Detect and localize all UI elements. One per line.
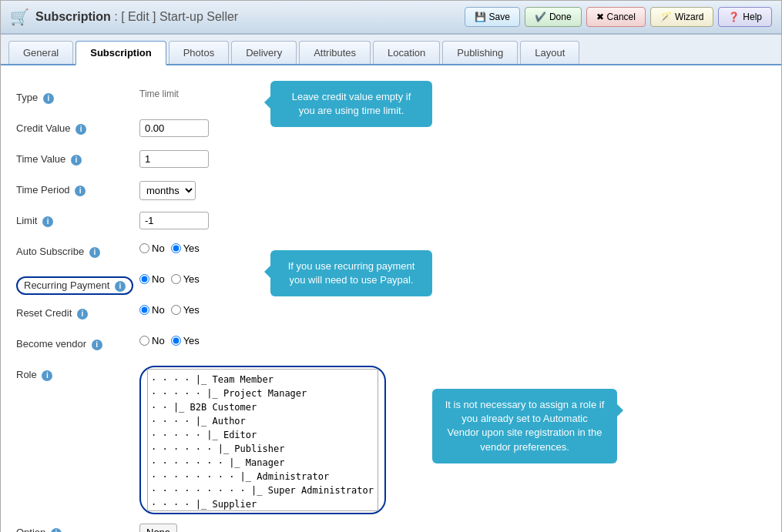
recurring-payment-label: Recurring Payment i — [16, 273, 139, 295]
auto-subscribe-info-icon[interactable]: i — [89, 247, 100, 258]
main-content: Leave credit value empty if you are usin… — [1, 65, 781, 532]
auto-subscribe-yes-radio[interactable] — [171, 243, 181, 253]
tab-subscription[interactable]: Subscription — [76, 41, 166, 65]
list-item[interactable]: · · · · |_ Team Member — [151, 373, 374, 386]
list-item[interactable]: · · · · · · · |_ Manager — [151, 456, 374, 470]
tooltip-recurring: If you use recurring payment you will ne… — [270, 250, 432, 296]
time-period-row: Time Period i months days years — [16, 181, 766, 202]
option-label: Option i — [16, 524, 139, 532]
time-period-select[interactable]: months days years — [139, 181, 196, 200]
done-button[interactable]: ✔️ Done — [525, 7, 582, 27]
role-tree[interactable]: · · · · |_ Team Member · · · · · |_ Proj… — [147, 369, 378, 511]
time-value-info-icon[interactable]: i — [71, 155, 82, 166]
list-item[interactable]: · · · · · |_ Editor — [151, 428, 374, 442]
reset-credit-info-icon[interactable]: i — [77, 309, 88, 320]
vendor-highlight: · · · · |_ Team Member · · · · · |_ Proj… — [139, 366, 386, 514]
auto-subscribe-yes-label[interactable]: Yes — [171, 243, 200, 254]
tab-layout[interactable]: Layout — [520, 41, 579, 64]
recurring-no-label[interactable]: No — [139, 273, 165, 285]
app-icon: 🛒 — [10, 8, 29, 26]
tab-delivery[interactable]: Delivery — [231, 41, 297, 64]
title-buttons: 💾 Save ✔️ Done ✖ Cancel 🪄 Wizard ❓ Help — [465, 7, 772, 27]
limit-row: Limit i — [16, 212, 766, 233]
become-vendor-yes-radio[interactable] — [171, 336, 181, 346]
tab-general[interactable]: General — [8, 41, 73, 64]
list-item[interactable]: · · · · · |_ Project Manager — [151, 386, 374, 400]
help-icon: ❓ — [728, 12, 740, 22]
type-info-icon[interactable]: i — [43, 93, 54, 104]
option-value: None — [139, 524, 177, 532]
become-vendor-no-radio[interactable] — [139, 336, 149, 346]
reset-credit-no-radio[interactable] — [139, 305, 149, 315]
become-vendor-no-label[interactable]: No — [139, 335, 165, 346]
credit-info-icon[interactable]: i — [76, 124, 86, 135]
auto-subscribe-no-radio[interactable] — [139, 243, 149, 253]
time-value-row: Time Value i — [16, 150, 766, 172]
save-button[interactable]: 💾 Save — [465, 7, 520, 27]
done-icon: ✔️ — [535, 12, 546, 22]
time-limit-label: Time limit — [139, 89, 179, 99]
list-item[interactable]: · · · · · · · · |_ Administrator — [151, 470, 374, 483]
become-vendor-label: Become vendor i — [16, 335, 139, 350]
credit-controls — [139, 119, 209, 137]
title-bar: 🛒 Subscription : [ Edit ] Start-up Selle… — [1, 1, 781, 35]
reset-credit-controls: No Yes — [139, 304, 200, 316]
wizard-button[interactable]: 🪄 Wizard — [650, 7, 713, 27]
form-section: Type i Time limit Credit Value i — [16, 81, 766, 532]
role-info-icon[interactable]: i — [42, 370, 52, 381]
tab-location[interactable]: Location — [373, 41, 440, 64]
reset-credit-yes-label[interactable]: Yes — [171, 304, 200, 316]
option-controls: None — [139, 524, 177, 532]
tabs-bar: General Subscription Photos Delivery Att… — [1, 35, 781, 65]
tab-publishing[interactable]: Publishing — [442, 41, 518, 64]
reset-credit-row: Reset Credit i No Yes — [16, 304, 766, 326]
time-period-info-icon[interactable]: i — [75, 186, 86, 196]
limit-controls — [139, 212, 209, 229]
option-info-icon[interactable]: i — [51, 528, 62, 532]
reset-credit-no-label[interactable]: No — [139, 304, 165, 316]
recurring-label-highlight: Recurring Payment i — [16, 276, 133, 295]
list-item[interactable]: · · · · |_ Author — [151, 414, 374, 428]
time-value-controls — [139, 150, 209, 168]
main-window: 🛒 Subscription : [ Edit ] Start-up Selle… — [0, 0, 782, 532]
page-title: Subscription : [ Edit ] Start-up Seller — [35, 10, 238, 24]
become-vendor-row: Become vendor i No Yes — [16, 335, 766, 356]
limit-info-icon[interactable]: i — [42, 216, 53, 227]
limit-input[interactable] — [139, 212, 209, 229]
credit-value-label: Credit Value i — [16, 119, 139, 135]
list-item[interactable]: · · · · · · · · · |_ Super Administrator — [151, 483, 374, 497]
reset-credit-yes-radio[interactable] — [171, 305, 181, 315]
recurring-info-icon[interactable]: i — [115, 281, 126, 292]
role-controls: · · · · |_ Team Member · · · · · |_ Proj… — [139, 366, 386, 514]
auto-subscribe-no-label[interactable]: No — [139, 243, 165, 254]
recurring-yes-label[interactable]: Yes — [171, 273, 200, 285]
option-row: Option i None — [16, 524, 766, 532]
type-controls: Time limit — [139, 89, 179, 99]
recurring-no-radio[interactable] — [139, 274, 149, 284]
recurring-payment-controls: No Yes — [139, 273, 200, 285]
list-item[interactable]: · · · · · · |_ Publisher — [151, 442, 374, 456]
time-value-input[interactable] — [139, 150, 209, 168]
limit-label: Limit i — [16, 212, 139, 227]
title-left: 🛒 Subscription : [ Edit ] Start-up Selle… — [10, 8, 238, 26]
list-item[interactable]: · · · · |_ Supplier — [151, 497, 374, 511]
tab-attributes[interactable]: Attributes — [299, 41, 371, 64]
help-button[interactable]: ❓ Help — [718, 7, 772, 27]
time-period-controls: months days years — [139, 181, 196, 200]
list-item[interactable]: · · |_ B2B Customer — [151, 400, 374, 414]
cancel-button[interactable]: ✖ Cancel — [586, 7, 646, 27]
save-icon: 💾 — [475, 12, 486, 22]
become-vendor-info-icon[interactable]: i — [92, 340, 102, 350]
credit-value-input[interactable] — [139, 119, 209, 137]
wizard-icon: 🪄 — [660, 12, 672, 22]
role-label: Role i — [16, 366, 139, 381]
tooltip-vendor: It is not necessary to assign a role if … — [432, 389, 617, 463]
auto-subscribe-controls: No Yes — [139, 243, 200, 254]
recurring-yes-radio[interactable] — [171, 274, 181, 284]
tab-photos[interactable]: Photos — [169, 41, 229, 64]
type-label: Type i — [16, 89, 139, 104]
time-period-label: Time Period i — [16, 181, 139, 196]
become-vendor-yes-label[interactable]: Yes — [171, 335, 200, 346]
reset-credit-label: Reset Credit i — [16, 304, 139, 320]
auto-subscribe-label: Auto Subscribe i — [16, 243, 139, 258]
